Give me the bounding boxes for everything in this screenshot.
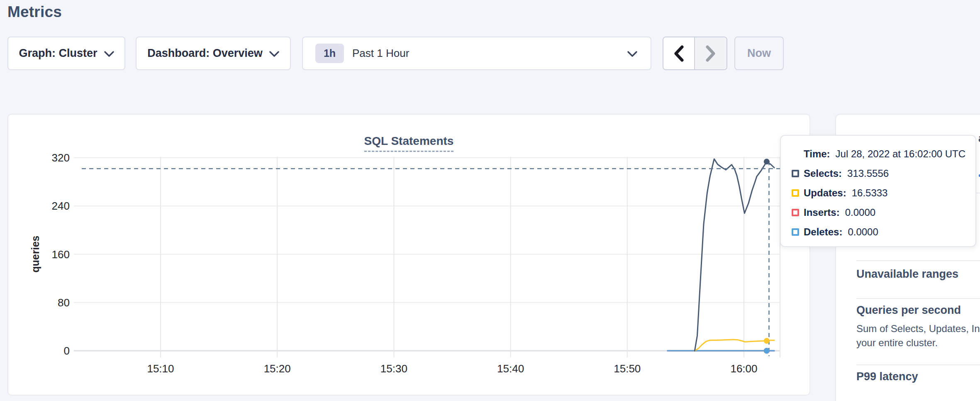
inserts-series-swatch-icon bbox=[792, 209, 799, 216]
sidebar-item-p99-latency: P99 latency bbox=[856, 370, 918, 383]
sql-statements-card: 08016024032015:1015:2015:3015:4015:5016:… bbox=[7, 114, 810, 396]
chevron-down-icon bbox=[269, 51, 279, 57]
sidebar-divider bbox=[856, 260, 980, 261]
series-line-selects bbox=[695, 159, 774, 351]
tooltip-time-value: Jul 28, 2022 at 16:02:00 UTC bbox=[836, 148, 966, 160]
sidebar-item-qps-desc-line1: Sum of Selects, Updates, Inser bbox=[856, 323, 980, 335]
series-line-updates bbox=[695, 340, 774, 351]
y-tick-label: 320 bbox=[52, 152, 70, 164]
tooltip-updates-label: Updates: bbox=[804, 187, 846, 199]
sidebar-divider bbox=[856, 298, 980, 299]
x-tick-label: 15:30 bbox=[380, 362, 407, 375]
hover-dot-deletes bbox=[764, 348, 770, 354]
tooltip-inserts-label: Inserts: bbox=[804, 207, 840, 218]
chart-hover-tooltip: Time: Jul 28, 2022 at 16:02:00 UTC Selec… bbox=[780, 135, 976, 247]
now-button-label: Now bbox=[747, 47, 771, 60]
dashboard-selector-label: Dashboard: Overview bbox=[147, 47, 263, 60]
chart-title-wrap: SQL Statements bbox=[8, 134, 809, 152]
time-step-controls bbox=[663, 37, 727, 70]
y-axis-label: queries bbox=[29, 236, 41, 273]
tooltip-series-row: Updates: 16.5333 bbox=[792, 183, 975, 203]
tooltip-selects-value: 313.5556 bbox=[847, 168, 889, 179]
tooltip-deletes-value: 0.0000 bbox=[848, 226, 878, 238]
next-timespan-button[interactable] bbox=[695, 37, 726, 69]
selects-series-swatch-icon bbox=[792, 170, 799, 177]
tooltip-updates-value: 16.5333 bbox=[852, 187, 888, 199]
sidebar-divider bbox=[856, 364, 980, 365]
sql-statements-chart[interactable]: 08016024032015:1015:2015:3015:4015:5016:… bbox=[7, 114, 810, 396]
x-tick-label: 15:50 bbox=[614, 362, 641, 375]
y-tick-label: 0 bbox=[64, 345, 70, 357]
time-range-badge: 1h bbox=[315, 44, 344, 63]
hover-dot-selects bbox=[764, 159, 770, 164]
tooltip-series-row: Deletes: 0.0000 bbox=[792, 222, 975, 242]
tooltip-inserts-value: 0.0000 bbox=[845, 207, 875, 218]
deletes-series-swatch-icon bbox=[792, 228, 799, 236]
time-range-dropdown[interactable]: 1h Past 1 Hour bbox=[302, 37, 651, 70]
x-tick-label: 15:10 bbox=[147, 362, 174, 375]
chevron-right-icon bbox=[706, 45, 716, 62]
y-tick-label: 160 bbox=[52, 248, 70, 261]
tooltip-time-label: Time: bbox=[804, 148, 830, 160]
now-button[interactable]: Now bbox=[734, 37, 784, 70]
y-tick-label: 240 bbox=[52, 200, 70, 212]
sidebar-item-qps-desc-line2: your entire cluster. bbox=[856, 337, 938, 349]
dashboard-selector-dropdown[interactable]: Dashboard: Overview bbox=[136, 37, 291, 70]
time-range-label: Past 1 Hour bbox=[352, 47, 409, 60]
tooltip-series-row: Inserts: 0.0000 bbox=[792, 203, 975, 222]
page-title: Metrics bbox=[7, 3, 62, 21]
sidebar-item-unavailable-ranges: Unavailable ranges bbox=[856, 268, 958, 281]
tooltip-time-row: Time: Jul 28, 2022 at 16:02:00 UTC bbox=[792, 144, 975, 164]
previous-timespan-button[interactable] bbox=[663, 37, 695, 69]
chart-title[interactable]: SQL Statements bbox=[364, 134, 454, 152]
tooltip-deletes-label: Deletes: bbox=[804, 226, 842, 238]
updates-series-swatch-icon bbox=[792, 189, 799, 197]
clipped-heading-fragment: a bbox=[978, 132, 980, 145]
chevron-down-icon bbox=[627, 51, 637, 57]
hover-dot-updates bbox=[764, 338, 770, 344]
x-tick-label: 16:00 bbox=[730, 362, 757, 375]
tooltip-series-row: Selects: 313.5556 bbox=[792, 164, 975, 183]
graph-selector-label: Graph: Cluster bbox=[19, 47, 97, 60]
metrics-page: { "page": { "title": "Metrics", "backgro… bbox=[0, 0, 980, 401]
x-tick-label: 15:20 bbox=[264, 362, 291, 375]
graph-selector-dropdown[interactable]: Graph: Cluster bbox=[7, 37, 125, 70]
y-tick-label: 80 bbox=[58, 296, 70, 309]
chevron-down-icon bbox=[104, 51, 114, 57]
x-tick-label: 15:40 bbox=[497, 362, 524, 375]
sidebar-item-qps-heading: Queries per second bbox=[856, 304, 961, 317]
tooltip-selects-label: Selects: bbox=[804, 168, 842, 179]
chevron-left-icon bbox=[674, 45, 684, 62]
